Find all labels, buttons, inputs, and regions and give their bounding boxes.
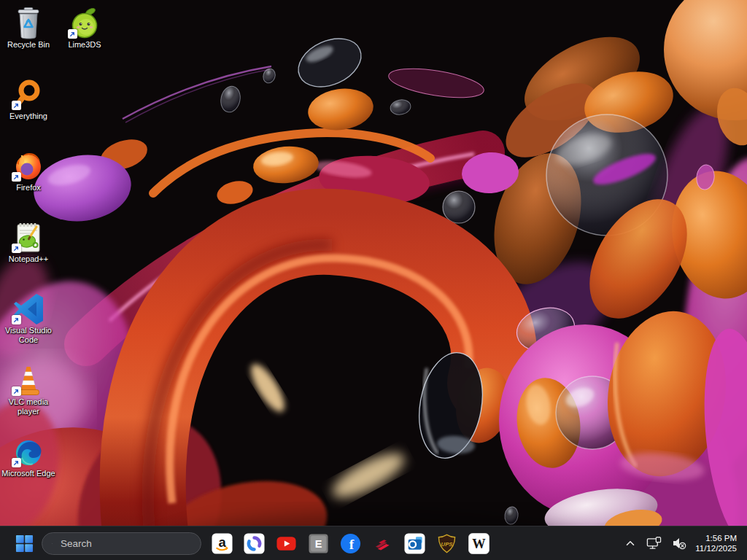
desktop-icon-label: Recycle Bin (7, 40, 50, 50)
shortcut-arrow-icon (12, 101, 21, 110)
desktop-icon-label: Everything (9, 112, 47, 121)
svg-text:a: a (218, 534, 226, 550)
clock-date: 11/12/2025 (695, 543, 737, 553)
desktop-icon-microsoft-edge[interactable]: Microsoft Edge (0, 435, 57, 478)
desktop-icon-visual-studio-code[interactable]: Visual Studio Code (0, 292, 57, 345)
desktop-icon-firefox[interactable]: Firefox (0, 149, 57, 192)
desktop-icon-label: Notepad++ (9, 254, 48, 264)
desktop-icon-label: VLC media player (0, 397, 57, 416)
desktop-icon-label: Visual Studio Code (0, 326, 57, 345)
search-icon (52, 537, 53, 550)
facebook-icon: f (340, 533, 361, 554)
pinned-amazon[interactable]: a (206, 527, 238, 559)
desktop-icon-notepad-plus-plus[interactable]: Notepad++ (0, 220, 57, 264)
bank-of-america-icon (372, 533, 393, 554)
tray-overflow-button[interactable] (620, 529, 640, 557)
svg-text:W: W (472, 536, 486, 551)
ethernet-network-icon (646, 536, 662, 551)
volume-muted-icon (671, 536, 687, 551)
ups-icon: UPS (436, 533, 457, 554)
svg-text:f: f (349, 537, 354, 552)
start-button[interactable] (9, 529, 39, 558)
pinned-wikipedia[interactable]: W (462, 527, 495, 559)
volume-button[interactable] (667, 529, 691, 557)
desktop-icon-label: Microsoft Edge (1, 469, 55, 478)
windows-start-icon (15, 534, 34, 553)
shortcut-arrow-icon (12, 458, 21, 467)
e-app-icon: E (308, 533, 329, 554)
desktop-icon-lime3ds[interactable]: Lime3DS (56, 6, 113, 50)
youtube-icon (276, 533, 297, 554)
shortcut-arrow-icon (12, 172, 21, 182)
pinned-bank-of-america[interactable] (366, 527, 398, 559)
desktop-icon-recycle-bin[interactable]: Recycle Bin (0, 6, 57, 50)
outlook-icon (404, 533, 425, 554)
wikipedia-icon: W (468, 533, 489, 554)
svg-text:UPS: UPS (441, 540, 453, 547)
taskbar-search[interactable] (42, 532, 201, 555)
shortcut-arrow-icon (12, 315, 21, 324)
pinned-outlook[interactable] (398, 527, 430, 559)
chevron-up-icon (624, 537, 637, 550)
shortcut-arrow-icon (68, 29, 77, 39)
microsoft-365-copilot-icon (244, 533, 265, 554)
wallpaper-image (0, 0, 747, 560)
desktop: Recycle Bin Lime3DS (0, 0, 747, 560)
pinned-e-app[interactable]: E (302, 527, 334, 559)
shortcut-arrow-icon (12, 386, 21, 396)
desktop-icon-label: Firefox (16, 183, 41, 192)
amazon-icon: a (212, 533, 233, 554)
desktop-icon-label: Lime3DS (68, 40, 101, 50)
pinned-youtube[interactable] (270, 527, 302, 559)
pinned-facebook[interactable]: f (334, 527, 366, 559)
pinned-ups[interactable]: UPS (430, 527, 462, 559)
svg-text:E: E (314, 538, 322, 550)
clock-time: 1:56 PM (695, 533, 737, 543)
pinned-microsoft-365-copilot[interactable] (238, 527, 270, 559)
recycle-bin-icon (12, 6, 45, 41)
search-input[interactable] (59, 537, 191, 550)
clock[interactable]: 1:56 PM 11/12/2025 (692, 533, 741, 553)
desktop-icon-everything[interactable]: Everything (0, 77, 57, 121)
system-tray: 1:56 PM 11/12/2025 (620, 529, 741, 557)
network-button[interactable] (642, 529, 666, 557)
taskbar: a E (0, 526, 747, 560)
shortcut-arrow-icon (12, 244, 21, 253)
desktop-icon-vlc-media-player[interactable]: VLC media player (0, 363, 57, 416)
